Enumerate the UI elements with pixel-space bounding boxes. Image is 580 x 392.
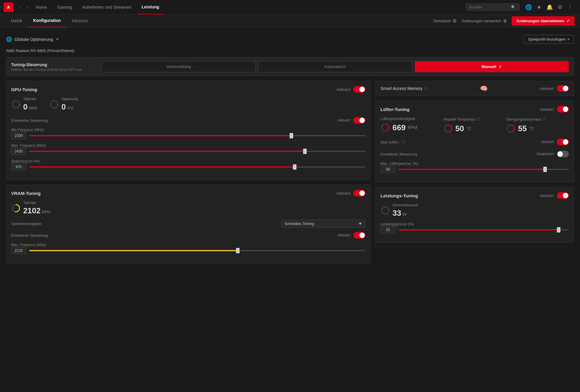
spannung-gauge — [49, 100, 59, 109]
stress-test-button[interactable]: Stresstest ⚙ — [433, 18, 457, 24]
svg-point-0 — [12, 101, 20, 108]
min-freq-track[interactable] — [29, 135, 365, 136]
discard-icon: 🗑 — [503, 19, 507, 23]
sam-info-icon[interactable]: ⓘ — [424, 86, 428, 91]
leistungs-tuning-toggle[interactable] — [557, 192, 569, 199]
leistungs-tuning-panel: Leistungs-Tuning Aktiviert — [375, 187, 574, 243]
luft-erweiterte-label: Erweiterte Steuerung — [380, 152, 417, 156]
leistungs-tuning-header-right: Aktiviert — [540, 192, 569, 199]
sam-toggle[interactable] — [557, 85, 569, 92]
uebergang-info-icon[interactable]: ⓘ — [542, 117, 546, 122]
vram-erweiterte-toggle[interactable] — [353, 232, 365, 239]
nav-home[interactable]: Home — [32, 0, 51, 14]
vram-tuning-header-right: Aktiviert — [337, 190, 365, 196]
min-freq-thumb[interactable] — [290, 133, 293, 138]
luft-erweiterte-toggle-row: Erweiterte Steuerung Deaktiviert — [380, 150, 569, 159]
tab-konfiguration[interactable]: Konfiguration — [28, 14, 66, 27]
grid-icon[interactable]: ⋮ — [567, 4, 573, 11]
tuning-options: Voreinstellung Automatisch Manuell ✓ — [101, 61, 569, 72]
luefter-tuning-toggle[interactable] — [557, 106, 569, 113]
tuning-auto-button[interactable]: Automatisch — [258, 61, 412, 72]
nav-leistung[interactable]: Leistung — [138, 0, 163, 14]
max-luft-slider-row: Max. Lüftergeschw. (%) 80 — [380, 162, 569, 173]
max-freq-track[interactable] — [29, 151, 365, 152]
globe-small-icon: 🌐 — [6, 36, 12, 42]
spannung-slider-fill — [29, 166, 295, 168]
luft-uebergang-gauge — [506, 124, 516, 133]
luefter-tuning-panel: Lüfter-Tuning Aktiviert Lüftergeschwindi… — [375, 101, 574, 182]
erweiterte-toggle-row: Erweiterte Steuerung Aktiviert — [11, 116, 365, 125]
strom-label: Stromverbrauch — [392, 203, 418, 207]
apply-changes-button[interactable]: Änderungen übernehmen ✓ — [512, 16, 575, 26]
second-nav-actions: Stresstest ⚙ Änderungen verwerfen 🗑 Ände… — [433, 16, 575, 26]
luefter-tuning-header: Lüfter-Tuning Aktiviert — [380, 106, 569, 113]
spannung-slider-track[interactable] — [29, 166, 365, 168]
settings-icon[interactable]: ⚙ — [558, 4, 563, 11]
strom-gauge — [380, 206, 390, 215]
star-icon[interactable]: ★ — [537, 4, 541, 11]
add-profile-button[interactable]: Spielprofil hinzufügen + — [523, 35, 574, 44]
spannung-slider-value[interactable]: 970 — [11, 163, 26, 171]
vram-taktrate-value: 2102 — [23, 206, 41, 215]
speicher-select[interactable]: Schnelles Timing ▼ — [281, 220, 365, 228]
leistungsgrenze-value[interactable]: 15 — [380, 226, 395, 233]
tuning-manual-button[interactable]: Manuell ✓ — [415, 61, 569, 72]
vram-tuning-title: VRAM-Tuning — [11, 191, 41, 196]
taktrate-label: Taktrate — [23, 97, 37, 101]
min-freq-value[interactable]: 2330 — [11, 132, 26, 139]
check-icon: ✓ — [499, 64, 502, 69]
discard-changes-button[interactable]: Änderungen verwerfen 🗑 — [461, 19, 507, 23]
nav-back[interactable]: ‹ — [17, 3, 23, 11]
gpu-tuning-header-right: Aktiviert — [337, 86, 365, 93]
spannung-slider-thumb[interactable] — [293, 164, 296, 170]
vram-max-freq-label: Max. Frequenz (MHz) — [11, 243, 365, 247]
spannung-metric: Spannung 0 mV — [49, 97, 78, 112]
globe-icon[interactable]: 🌐 — [525, 4, 532, 11]
max-freq-fill — [29, 151, 305, 152]
nav-gaming[interactable]: Gaming — [53, 0, 76, 14]
vram-max-freq-fill — [29, 250, 238, 251]
vram-max-freq-slider-row: Max. Frequenz (MHz) 2110 — [11, 243, 365, 254]
luft-geschwindigkeit-value: 669 — [392, 123, 405, 132]
gpu-tuning-toggle[interactable] — [353, 86, 365, 93]
luft-erweiterte-toggle[interactable] — [557, 151, 569, 157]
max-luft-value[interactable]: 80 — [380, 166, 395, 173]
null-rpm-toggle[interactable] — [557, 139, 569, 145]
search-input[interactable] — [469, 5, 511, 9]
min-freq-slider-container: 2330 — [11, 132, 365, 139]
vram-max-freq-thumb[interactable] — [236, 248, 240, 253]
gpu-tuning-panel: GPU-Tuning Aktiviert — [6, 81, 371, 180]
global-opt-select[interactable]: 🌐 Globale Optimierung ▼ — [6, 36, 59, 42]
leistungsgrenze-track[interactable] — [399, 229, 569, 230]
taktrate-unit: MHz — [29, 106, 37, 110]
luft-uebergang-value: 55 — [518, 124, 527, 133]
bell-icon[interactable]: 🔔 — [546, 4, 553, 11]
spannung-unit: mV — [67, 106, 73, 110]
luft-geschwindigkeit-metric: Lüftergeschwindigkeit 669 RPM — [380, 117, 443, 133]
null-rpm-info-icon[interactable]: ⓘ — [402, 140, 405, 145]
max-luft-thumb[interactable] — [543, 167, 547, 172]
left-panels: GPU-Tuning Aktiviert — [6, 81, 371, 264]
tab-metrik[interactable]: Metrik — [5, 14, 28, 27]
vram-taktrate-metric: Taktrate 2102 MHz — [11, 201, 51, 215]
tuning-preset-button[interactable]: Voreinstellung — [101, 61, 256, 72]
luft-uebergang-metric: Übergangstemperatur ⓘ 55 °C — [506, 117, 569, 133]
nav-aufnehmen[interactable]: Aufnehmen und Streamen — [78, 0, 135, 14]
nav-forward[interactable]: › — [24, 3, 29, 11]
vram-metrics-row: Taktrate 2102 MHz — [11, 201, 365, 215]
strom-value: 33 — [392, 208, 401, 218]
temp-info-icon[interactable]: ⓘ — [476, 117, 480, 122]
gpu-tuning-title: GPU-Tuning — [11, 87, 37, 92]
vram-max-freq-value[interactable]: 2110 — [11, 247, 26, 254]
tab-advisors[interactable]: Advisors — [66, 14, 93, 27]
erweiterte-toggle[interactable] — [353, 117, 365, 124]
max-luft-track[interactable] — [399, 169, 569, 170]
gpu-metrics-row: Taktrate 0 MHz — [11, 97, 365, 112]
vram-max-freq-track[interactable] — [29, 250, 365, 251]
max-freq-value[interactable]: 2430 — [11, 148, 26, 155]
leistungsgrenze-thumb[interactable] — [557, 227, 560, 233]
max-freq-thumb[interactable] — [303, 149, 307, 154]
luft-uebergang-unit: °C — [529, 126, 534, 131]
luft-geschwindigkeit-gauge — [380, 123, 390, 132]
vram-tuning-toggle[interactable] — [353, 190, 365, 196]
